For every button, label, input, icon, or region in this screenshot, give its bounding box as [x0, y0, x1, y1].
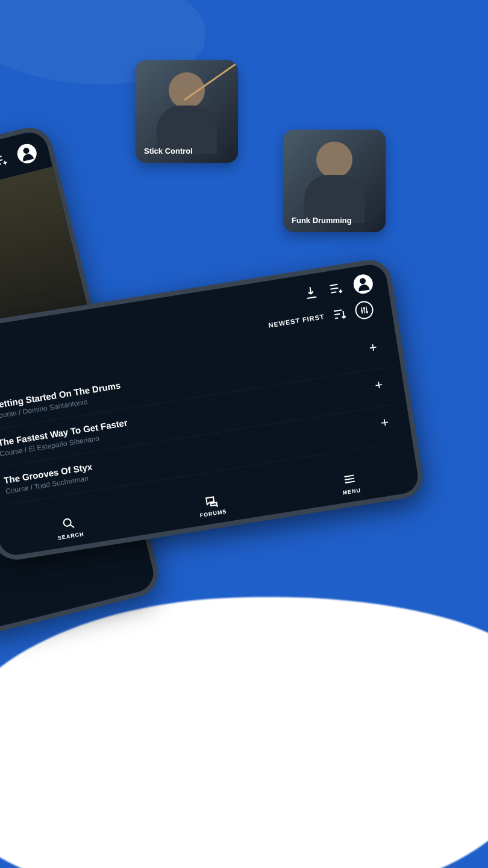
- course-card-stick-control[interactable]: Stick Control: [136, 60, 238, 163]
- add-icon[interactable]: +: [380, 414, 396, 431]
- forums-icon: [203, 492, 219, 509]
- course-card-label: Stick Control: [144, 146, 193, 156]
- profile-avatar-icon[interactable]: [352, 273, 375, 295]
- profile-avatar-icon[interactable]: [15, 142, 39, 165]
- course-card-label: Funk Drumming: [292, 216, 352, 225]
- playlist-add-icon[interactable]: [0, 151, 9, 169]
- svg-point-0: [63, 518, 72, 527]
- nav-forums[interactable]: FORUMS: [197, 492, 227, 519]
- nav-label: SEARCH: [57, 531, 84, 541]
- sort-controls: NEWEST FIRST: [267, 300, 374, 334]
- sort-icon[interactable]: [331, 306, 348, 322]
- search-icon: [61, 515, 77, 532]
- download-icon[interactable]: [302, 284, 319, 300]
- menu-icon: [342, 471, 358, 487]
- nav-label: MENU: [342, 487, 361, 496]
- add-icon[interactable]: +: [368, 339, 384, 356]
- phone2-topbar: [302, 273, 375, 303]
- marketing-headline: On-Demand Skill Boosting Courses & 5000+…: [0, 700, 488, 820]
- nav-search[interactable]: SEARCH: [55, 514, 84, 541]
- nav-label: FORUMS: [199, 508, 227, 518]
- filter-settings-icon[interactable]: [354, 300, 374, 320]
- playlist-add-icon[interactable]: [328, 280, 344, 297]
- course-card-funk-drumming[interactable]: Funk Drumming: [283, 130, 386, 232]
- nav-menu[interactable]: MENU: [340, 470, 361, 495]
- add-icon[interactable]: +: [374, 376, 390, 394]
- sort-label: NEWEST FIRST: [268, 313, 325, 329]
